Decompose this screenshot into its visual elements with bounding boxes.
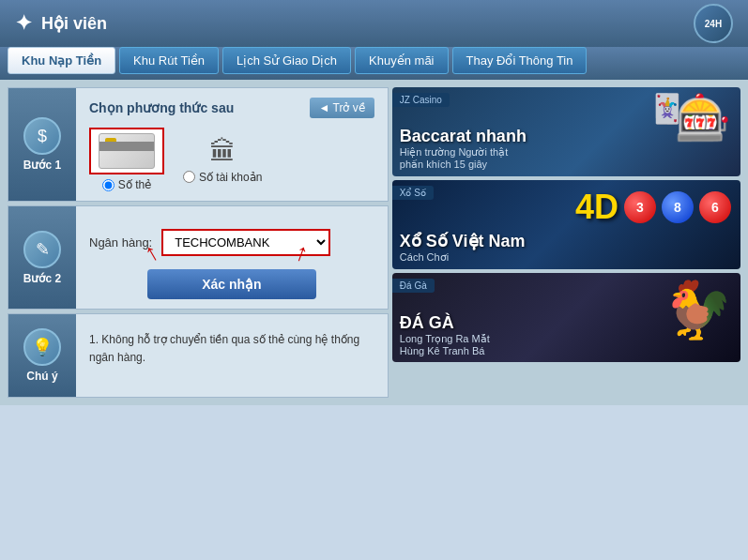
radio-so-the[interactable]	[102, 179, 114, 191]
lottery-tag: Xổ Số	[392, 186, 434, 200]
step3-label: Chú ý	[26, 370, 57, 383]
casino-subtitle1: Hiện trường Người thật	[400, 146, 527, 159]
cockfight-subtitle1: Long Trọng Ra Mắt	[400, 333, 490, 345]
bank-building-icon: 🏛	[209, 136, 236, 167]
left-panel: $ Bước 1 Chọn phương thức sau ◄ Trở về	[8, 87, 389, 398]
tab-khuyen-mai[interactable]: Khuyến mãi	[355, 47, 448, 74]
promo-lottery[interactable]: Xổ Số 4D 3 8 6 Xổ Số Việt Nam Cách Chơi	[392, 180, 740, 269]
nav-tabs: Khu Nạp Tiền Khu Rút Tiền Lịch Sử Giao D…	[0, 47, 748, 80]
option-radio-so-the[interactable]: Số thẻ	[102, 178, 151, 191]
payment-option-so-tk[interactable]: 🏛 Số tài khoản	[183, 136, 262, 184]
step1-label: Bước 1	[23, 159, 61, 172]
playing-cards-icon: 🃏	[649, 92, 684, 125]
cockfight-tag: Đá Gà	[392, 279, 435, 293]
right-panel: JZ Casino 🎰 🃏 Baccarat nhanh Hiện trường…	[392, 87, 740, 398]
radio-so-tk[interactable]	[183, 171, 195, 183]
bank-select-row: Ngân hàng: TECHCOMBANK VIETCOMBANK BIDV …	[89, 229, 374, 256]
main-content: $ Bước 1 Chọn phương thức sau ◄ Trở về	[0, 80, 748, 405]
step1-title: Chọn phương thức sau	[89, 100, 234, 115]
card-box	[89, 128, 164, 174]
header-title: Hội viên	[41, 13, 107, 34]
step1-content: Chọn phương thức sau ◄ Trở về	[76, 88, 388, 201]
casino-subtitle2: phấn khích 15 giây	[400, 159, 527, 171]
promo-casino[interactable]: JZ Casino 🎰 🃏 Baccarat nhanh Hiện trường…	[392, 87, 740, 176]
back-button[interactable]: ◄ Trở về	[310, 98, 374, 118]
ball-6: 6	[699, 191, 731, 223]
step2-row: ✎ Bước 2 ↑ ↑ Ngân hàng: TECHCOMBANK VIET…	[8, 205, 389, 310]
lottery-numbers: 4D 3 8 6	[575, 188, 731, 227]
step3-icon-col: 💡 Chú ý	[8, 314, 76, 397]
step3-icon: 💡	[23, 328, 61, 366]
casino-title: Baccarat nhanh	[400, 127, 527, 146]
header-logo-icon: ✦	[15, 11, 32, 36]
ball-8: 8	[662, 191, 694, 223]
step1-icon-col: $ Bước 1	[8, 88, 76, 201]
cockfight-subtitle2: Hùng Kê Tranh Bá	[400, 345, 490, 356]
note-text: 1. Không hỗ trợ chuyển tiền qua số thẻ c…	[89, 324, 374, 367]
promo-cockfight[interactable]: Đá Gà 🐓 ĐÁ GÀ Long Trọng Ra Mắt Hùng Kê …	[392, 273, 740, 362]
step2-label: Bước 2	[23, 272, 61, 285]
step1-icon: $	[23, 117, 61, 155]
payment-option-so-the[interactable]: Số thẻ	[89, 128, 164, 191]
step1-row: $ Bước 1 Chọn phương thức sau ◄ Trở về	[8, 87, 389, 202]
step3-row: 💡 Chú ý 1. Không hỗ trợ chuyển tiền qua …	[8, 313, 389, 398]
tab-rut-tien[interactable]: Khu Rút Tiền	[119, 47, 219, 74]
step2-icon-col: ✎ Bước 2	[8, 206, 76, 309]
header-left: ✦ Hội viên	[15, 11, 107, 36]
casino-content: Baccarat nhanh Hiện trường Người thật ph…	[400, 127, 527, 171]
step3-content: 1. Không hỗ trợ chuyển tiền qua số thẻ c…	[76, 314, 388, 397]
tab-lich-su[interactable]: Lịch Sử Giao Dịch	[222, 47, 351, 74]
cockfight-title: ĐÁ GÀ	[400, 313, 490, 333]
step1-header: Chọn phương thức sau ◄ Trở về	[89, 98, 374, 118]
lottery-subtitle: Cách Chơi	[400, 251, 526, 264]
header: ✦ Hội viên 24H	[0, 0, 748, 47]
tab-thay-doi[interactable]: Thay Đổi Thông Tin	[452, 47, 588, 74]
confirm-button[interactable]: Xác nhận	[147, 269, 316, 299]
ball-3: 3	[624, 191, 656, 223]
step2-icon: ✎	[23, 231, 61, 268]
card-stripe	[99, 142, 154, 151]
lottery-title: Xổ Số Việt Nam	[400, 231, 526, 251]
casino-tag: JZ Casino	[392, 93, 450, 107]
option-radio-so-tk[interactable]: Số tài khoản	[183, 171, 262, 184]
payment-options: Số thẻ 🏛 Số tài khoản	[89, 128, 374, 191]
clock-badge: 24H	[694, 4, 733, 43]
cockfight-content: ĐÁ GÀ Long Trọng Ra Mắt Hùng Kê Tranh Bá	[400, 313, 490, 356]
cockfight-icon: 🐓	[663, 277, 733, 343]
lottery-content: Xổ Số Việt Nam Cách Chơi	[400, 231, 526, 264]
tab-nap-tien[interactable]: Khu Nạp Tiền	[8, 47, 115, 74]
step2-content: ↑ ↑ Ngân hàng: TECHCOMBANK VIETCOMBANK B…	[76, 206, 388, 309]
card-image	[99, 133, 155, 169]
